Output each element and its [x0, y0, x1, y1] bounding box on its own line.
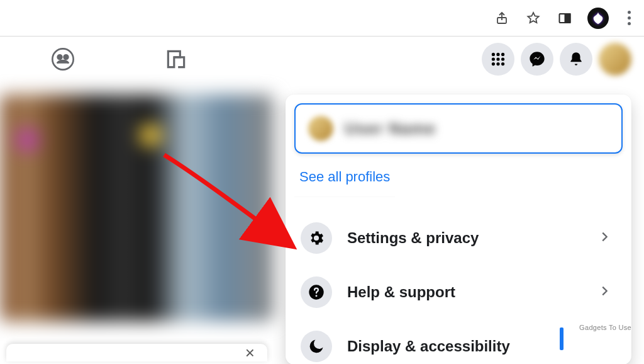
- notifications-button[interactable]: [560, 43, 592, 76]
- see-all-profiles-button[interactable]: See all profiles: [294, 162, 395, 197]
- card-close-bar: ×: [6, 344, 267, 361]
- messenger-button[interactable]: [521, 43, 553, 76]
- close-icon[interactable]: ×: [245, 344, 255, 361]
- svg-point-16: [315, 295, 317, 297]
- svg-point-11: [501, 57, 504, 60]
- profile-card-name: User Name: [345, 119, 436, 139]
- svg-point-4: [58, 55, 62, 59]
- gear-icon: [301, 222, 332, 254]
- svg-point-6: [492, 53, 495, 56]
- overflow-menu-icon[interactable]: [623, 11, 635, 25]
- chevron-right-icon: [597, 284, 616, 300]
- profile-avatar[interactable]: [599, 43, 631, 76]
- profile-card[interactable]: User Name: [294, 103, 623, 154]
- gaming-tab[interactable]: [157, 40, 195, 78]
- moon-icon: [301, 331, 332, 362]
- menu-item-label: Help & support: [347, 283, 582, 301]
- svg-point-3: [52, 48, 73, 69]
- svg-point-5: [64, 55, 69, 59]
- svg-point-7: [496, 53, 499, 56]
- menu-item-label: Display & accessibility: [347, 338, 616, 355]
- browser-toolbar: [0, 0, 644, 37]
- browser-profile-avatar[interactable]: [587, 8, 609, 29]
- svg-point-13: [496, 62, 499, 65]
- svg-point-9: [492, 57, 495, 60]
- menu-item-display-accessibility[interactable]: Display & accessibility: [294, 328, 623, 364]
- svg-point-12: [492, 62, 495, 65]
- profile-card-avatar: [308, 116, 333, 141]
- app-top-nav: [0, 37, 644, 82]
- side-panel-icon[interactable]: [556, 9, 574, 27]
- svg-point-14: [501, 62, 504, 65]
- share-icon[interactable]: [493, 9, 511, 27]
- chevron-right-icon: [597, 230, 616, 246]
- svg-point-8: [501, 53, 504, 56]
- menu-item-help-support[interactable]: Help & support: [294, 274, 623, 310]
- menu-grid-button[interactable]: [482, 43, 514, 76]
- help-icon: [301, 276, 332, 308]
- watermark-text: Gadgets To Use: [579, 324, 631, 331]
- svg-rect-2: [565, 14, 570, 23]
- nav-actions: [482, 43, 644, 76]
- menu-item-settings-privacy[interactable]: Settings & privacy: [294, 220, 623, 256]
- stories-area: [0, 94, 274, 321]
- account-menu-list: Settings & privacy Help & support: [294, 197, 623, 364]
- groups-tab[interactable]: [44, 40, 82, 78]
- svg-point-10: [496, 57, 499, 60]
- nav-tabs: [0, 40, 195, 78]
- menu-item-label: Settings & privacy: [347, 229, 582, 247]
- star-icon[interactable]: [525, 9, 542, 27]
- text-caret: [560, 327, 564, 350]
